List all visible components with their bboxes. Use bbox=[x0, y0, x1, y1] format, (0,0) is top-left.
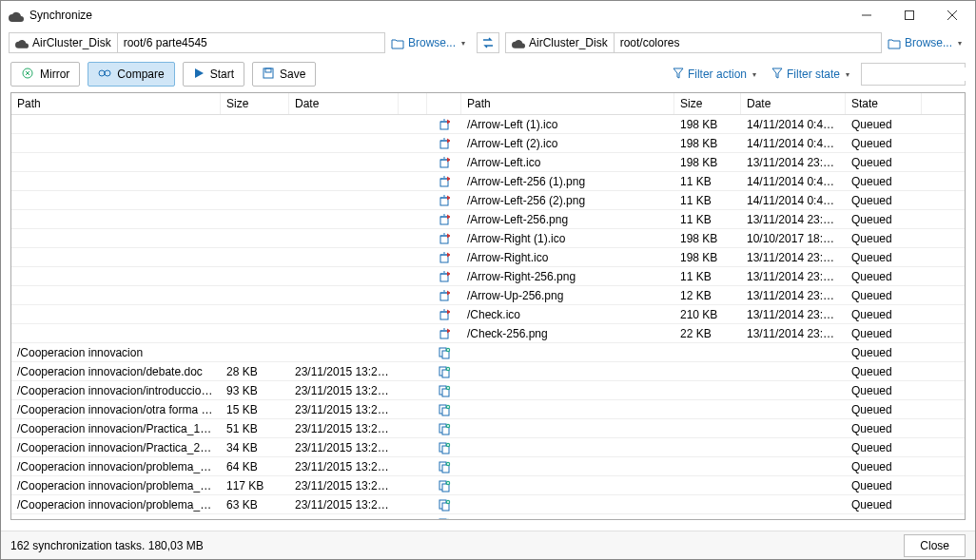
close-window-button[interactable] bbox=[930, 1, 973, 29]
right-action-icon[interactable] bbox=[427, 270, 461, 283]
cell-left-date: 23/11/2015 13:23:47 bbox=[289, 460, 399, 473]
cell-right-date: 13/11/2014 23:40:32 bbox=[741, 213, 846, 226]
col-right-size[interactable]: Size bbox=[674, 93, 741, 114]
col-right-state[interactable]: State bbox=[846, 93, 922, 114]
table-row[interactable]: /Cooperacion innovacion/otra forma de in… bbox=[11, 400, 965, 419]
filter-state-label: Filter state bbox=[787, 68, 840, 81]
right-action-icon[interactable] bbox=[427, 365, 461, 378]
svg-rect-32 bbox=[440, 255, 448, 262]
right-action-icon[interactable] bbox=[427, 308, 461, 321]
table-row[interactable]: /Cooperacion innovacion/debate.doc28 KB2… bbox=[11, 362, 965, 381]
swap-locations-button[interactable] bbox=[477, 32, 499, 53]
table-row[interactable]: /Arrow-Left (1).ico198 KB14/11/2014 0:40… bbox=[11, 115, 965, 134]
cell-right-state: Queued bbox=[846, 137, 922, 150]
table-row[interactable]: /Arrow-Right.ico198 KB13/11/2014 23:40:5… bbox=[11, 248, 965, 267]
table-row[interactable]: /Arrow-Up-256.png12 KB13/11/2014 23:41:3… bbox=[11, 286, 965, 305]
grid-scroll[interactable]: Path Size Date Path Size Date State /Arr… bbox=[11, 93, 965, 519]
cell-left-path: /Cooperacion innovacion bbox=[11, 346, 221, 359]
col-right-path[interactable]: Path bbox=[461, 93, 674, 114]
mirror-icon bbox=[21, 67, 34, 83]
right-action-icon[interactable] bbox=[427, 137, 461, 150]
right-path-input[interactable]: root/colores bbox=[615, 36, 881, 49]
col-left-action[interactable] bbox=[399, 93, 427, 114]
cell-right-state: Queued bbox=[846, 289, 922, 302]
right-action-icon[interactable] bbox=[427, 156, 461, 169]
maximize-button[interactable] bbox=[888, 1, 930, 29]
right-action-icon[interactable] bbox=[427, 460, 461, 473]
table-row[interactable]: /Cooperacion innovacion/problema_01_Inn.… bbox=[11, 476, 965, 495]
table-row[interactable]: /Arrow-Left-256 (1).png11 KB14/11/2014 0… bbox=[11, 172, 965, 191]
table-row[interactable]: /Arrow-Left-256 (2).png11 KB14/11/2014 0… bbox=[11, 191, 965, 210]
cell-right-date: 13/11/2014 23:41:54 bbox=[741, 327, 846, 340]
minimize-button[interactable] bbox=[845, 1, 888, 29]
save-button[interactable]: Save bbox=[252, 62, 316, 87]
browse-label: Browse... bbox=[408, 36, 456, 49]
right-action-icon[interactable] bbox=[427, 118, 461, 131]
col-right-date[interactable]: Date bbox=[741, 93, 846, 114]
right-action-icon[interactable] bbox=[427, 213, 461, 226]
cell-right-date: 13/11/2014 23:41:51 bbox=[741, 308, 846, 321]
right-action-icon[interactable] bbox=[427, 403, 461, 416]
right-action-icon[interactable] bbox=[427, 346, 461, 359]
search-input[interactable] bbox=[862, 68, 976, 81]
col-right-action[interactable] bbox=[427, 93, 461, 114]
svg-rect-72 bbox=[442, 503, 449, 511]
svg-rect-1 bbox=[905, 11, 913, 20]
table-row[interactable]: /Cooperacion innovacion/problema_01_Inn.… bbox=[11, 457, 965, 476]
right-action-icon[interactable] bbox=[427, 289, 461, 302]
filter-state-dropdown[interactable]: Filter state bbox=[768, 68, 853, 82]
cell-right-state: Queued bbox=[846, 194, 922, 207]
cell-right-path: /Arrow-Left (1).ico bbox=[461, 118, 674, 131]
col-left-size[interactable]: Size bbox=[221, 93, 289, 114]
table-row[interactable]: /Arrow-Left.ico198 KB13/11/2014 23:40:28… bbox=[11, 153, 965, 172]
table-row[interactable]: /Arrow-Left (2).ico198 KB14/11/2014 0:40… bbox=[11, 134, 965, 153]
mirror-button[interactable]: Mirror bbox=[10, 62, 80, 87]
table-row[interactable]: /Cooperacion innovacion/Practica_2_coope… bbox=[11, 438, 965, 457]
table-row[interactable]: /Arrow-Right-256.png11 KB13/11/2014 23:4… bbox=[11, 267, 965, 286]
svg-rect-69 bbox=[442, 484, 449, 492]
right-action-icon[interactable] bbox=[427, 384, 461, 397]
table-row[interactable]: /Cooperacion innovacion/Practica_1_coope… bbox=[11, 419, 965, 438]
search-box[interactable] bbox=[861, 63, 966, 86]
right-action-icon[interactable] bbox=[427, 194, 461, 207]
cell-left-date: 23/11/2015 13:23:37 bbox=[289, 479, 399, 492]
close-button[interactable]: Close bbox=[904, 534, 966, 557]
cell-right-path: /Check-256.png bbox=[461, 327, 674, 340]
cell-right-date: 10/10/2017 18:32:08 bbox=[741, 232, 846, 245]
cell-right-size: 22 KB bbox=[674, 327, 741, 340]
right-action-icon[interactable] bbox=[427, 517, 461, 520]
table-row[interactable]: /Cooperacion innovacionQueued bbox=[11, 343, 965, 362]
right-action-icon[interactable] bbox=[427, 327, 461, 340]
cell-right-state: Queued bbox=[846, 175, 922, 188]
cell-right-size: 198 KB bbox=[674, 232, 741, 245]
right-action-icon[interactable] bbox=[427, 441, 461, 454]
left-path-input[interactable]: root/6 parte4545 bbox=[118, 36, 384, 49]
compare-button[interactable]: Compare bbox=[88, 62, 174, 87]
svg-rect-44 bbox=[440, 331, 448, 338]
start-button[interactable]: Start bbox=[183, 62, 244, 87]
col-left-date[interactable]: Date bbox=[289, 93, 399, 114]
svg-rect-23 bbox=[440, 198, 448, 205]
table-row[interactable]: /Cooperacion innovacion/problema_01_S5..… bbox=[11, 495, 965, 514]
right-action-icon[interactable] bbox=[427, 422, 461, 435]
table-row[interactable]: /Cooperacion innovacion/introduccion_S5.… bbox=[11, 381, 965, 400]
right-browse-button[interactable]: Browse... bbox=[882, 32, 967, 53]
right-action-icon[interactable] bbox=[427, 232, 461, 245]
table-row[interactable]: /Cooperacion innovacion/problema_01_S50.… bbox=[11, 514, 965, 519]
left-browse-button[interactable]: Browse... bbox=[385, 32, 471, 53]
right-action-icon[interactable] bbox=[427, 251, 461, 264]
cell-right-path: /Arrow-Right.ico bbox=[461, 251, 674, 264]
cloud-icon bbox=[9, 9, 24, 22]
right-action-icon[interactable] bbox=[427, 175, 461, 188]
table-row[interactable]: /Check.ico210 KB13/11/2014 23:41:51Queue… bbox=[11, 305, 965, 324]
table-row[interactable]: /Arrow-Left-256.png11 KB13/11/2014 23:40… bbox=[11, 210, 965, 229]
cell-right-date: 14/11/2014 0:40:32 bbox=[741, 175, 846, 188]
table-row[interactable]: /Arrow-Right (1).ico198 KB10/10/2017 18:… bbox=[11, 229, 965, 248]
right-action-icon[interactable] bbox=[427, 498, 461, 512]
table-row[interactable]: /Check-256.png22 KB13/11/2014 23:41:54Qu… bbox=[11, 324, 965, 343]
col-left-path[interactable]: Path bbox=[11, 93, 221, 114]
right-action-icon[interactable] bbox=[427, 479, 461, 492]
cell-left-date: 23/11/2015 13:26:14 bbox=[289, 498, 399, 512]
filter-action-dropdown[interactable]: Filter action bbox=[669, 68, 760, 82]
cell-left-path: /Cooperacion innovacion/problema_01_Inn.… bbox=[11, 460, 221, 473]
